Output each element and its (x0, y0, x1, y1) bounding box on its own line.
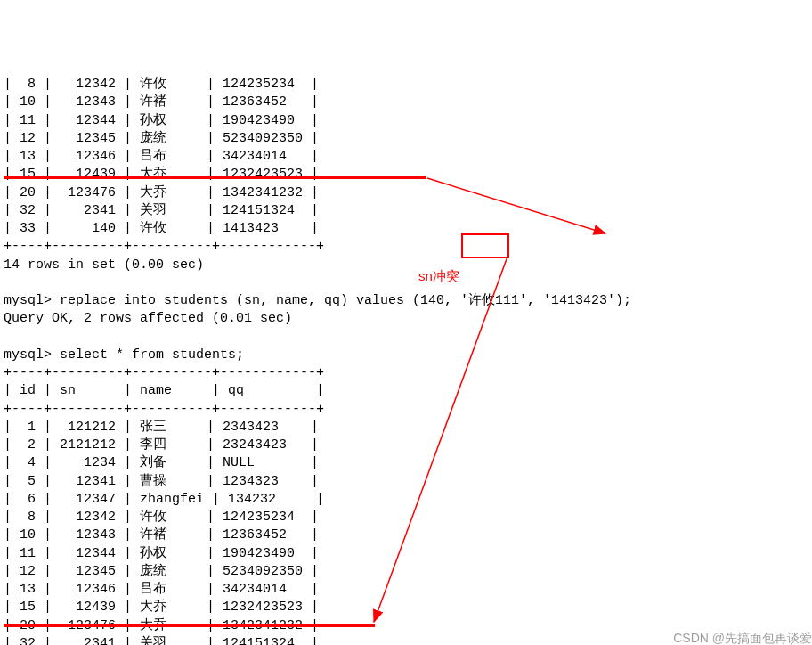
annotation-conflict: sn冲突 (418, 267, 459, 285)
terminal-output: | 8 | 12342 | 许攸 | 124235234 | | 10 | 12… (4, 76, 812, 645)
highlight-line-top (4, 176, 426, 179)
watermark: CSDN @先搞面包再谈爱 (673, 630, 812, 645)
highlight-line-bottom (4, 624, 375, 627)
highlight-box-140 (461, 233, 509, 258)
